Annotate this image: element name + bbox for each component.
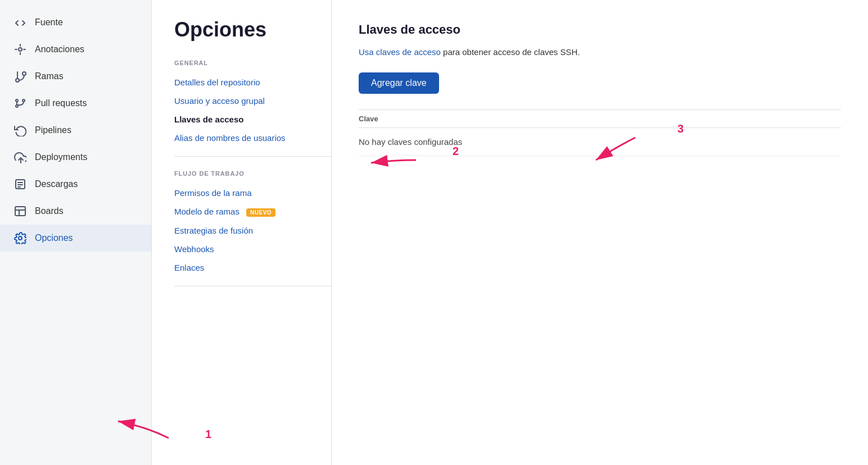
sidebar-item-fuente[interactable]: Fuente xyxy=(0,9,151,36)
download-icon xyxy=(13,177,27,191)
nav-item-enlaces[interactable]: Enlaces xyxy=(174,258,331,277)
sidebar-item-deployments[interactable]: Deployments xyxy=(0,144,151,171)
pullrequest-icon xyxy=(13,97,27,110)
table-header-clave: Clave xyxy=(359,110,841,128)
sidebar-label-deployments: Deployments xyxy=(35,152,87,162)
settings-section-flujo: FLUJO DE TRABAJO Permisos de la rama Mod… xyxy=(174,170,331,277)
nav-item-llaves-acceso[interactable]: Llaves de acceso xyxy=(174,110,331,129)
deploy-icon xyxy=(13,151,27,164)
main-content: Opciones GENERAL Detalles del repositori… xyxy=(152,0,868,465)
sidebar-label-ramas: Ramas xyxy=(35,71,64,81)
access-keys-description: Usa claves de acceso para obtener acceso… xyxy=(359,46,841,59)
sidebar-label-pull-requests: Pull requests xyxy=(35,98,87,108)
empty-message: No hay claves configuradas xyxy=(359,128,841,156)
access-keys-title: Llaves de acceso xyxy=(359,22,841,37)
add-key-button[interactable]: Agregar clave xyxy=(359,72,439,94)
gear-icon xyxy=(13,231,27,245)
nav-item-webhooks[interactable]: Webhooks xyxy=(174,240,331,258)
sidebar: Fuente Anotaciones xyxy=(0,0,152,465)
nav-item-usuario-acceso[interactable]: Usuario y acceso grupal xyxy=(174,92,331,110)
branch-icon xyxy=(13,70,27,83)
nav-item-permisos-rama[interactable]: Permisos de la rama xyxy=(174,184,331,202)
svg-rect-17 xyxy=(15,207,25,216)
sidebar-item-anotaciones[interactable]: Anotaciones xyxy=(0,36,151,63)
board-icon xyxy=(13,204,27,218)
sidebar-label-pipelines: Pipelines xyxy=(35,125,71,135)
sidebar-label-anotaciones: Anotaciones xyxy=(35,44,84,54)
settings-content: Llaves de acceso Usa claves de acceso pa… xyxy=(332,0,868,465)
sidebar-label-boards: Boards xyxy=(35,206,64,216)
sidebar-item-boards[interactable]: Boards xyxy=(0,198,151,225)
divider-2 xyxy=(174,286,331,286)
page-title: Opciones xyxy=(174,18,331,42)
nav-label-modelo-ramas: Modelo de ramas xyxy=(174,207,239,216)
nav-item-modelo-ramas[interactable]: Modelo de ramas NUEVO xyxy=(174,202,331,221)
pipeline-icon xyxy=(13,124,27,137)
page-wrapper: Fuente Anotaciones xyxy=(0,0,868,465)
divider-1 xyxy=(174,156,331,157)
svg-point-20 xyxy=(19,236,22,240)
nav-item-estrategias[interactable]: Estrategias de fusión xyxy=(174,221,331,240)
access-keys-link[interactable]: Usa claves de acceso xyxy=(359,47,441,57)
section-label-flujo: FLUJO DE TRABAJO xyxy=(174,170,331,177)
sidebar-label-fuente: Fuente xyxy=(35,17,63,28)
access-keys-rest: para obtener acceso de claves SSH. xyxy=(441,47,580,57)
sidebar-label-descargas: Descargas xyxy=(35,179,78,189)
sidebar-label-opciones: Opciones xyxy=(35,233,73,243)
section-label-general: GENERAL xyxy=(174,60,331,66)
svg-point-0 xyxy=(19,48,22,51)
nav-item-detalles[interactable]: Detalles del repositorio xyxy=(174,73,331,92)
code-icon xyxy=(13,16,27,29)
settings-nav: Opciones GENERAL Detalles del repositori… xyxy=(152,0,332,465)
sidebar-item-pipelines[interactable]: Pipelines xyxy=(0,117,151,144)
nav-item-alias[interactable]: Alias de nombres de usuarios xyxy=(174,129,331,147)
settings-section-general: GENERAL Detalles del repositorio Usuario… xyxy=(174,60,331,147)
annotate-icon xyxy=(13,43,27,56)
sidebar-item-descargas[interactable]: Descargas xyxy=(0,171,151,198)
sidebar-item-pull-requests[interactable]: Pull requests xyxy=(0,90,151,117)
new-badge: NUEVO xyxy=(246,208,275,217)
sidebar-item-opciones[interactable]: Opciones xyxy=(0,225,151,252)
sidebar-item-ramas[interactable]: Ramas xyxy=(0,63,151,90)
